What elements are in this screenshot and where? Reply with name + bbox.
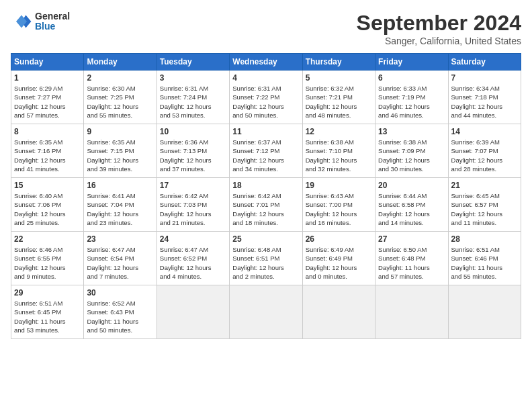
daylight-extra: and 57 minutes. — [14, 111, 60, 119]
logo-general: General — [35, 11, 70, 21]
day-info: Sunrise: 6:39 AMSunset: 7:07 PMDaylight:… — [451, 138, 518, 173]
daylight-extra: and 16 minutes. — [306, 219, 351, 226]
calendar-cell — [375, 285, 448, 339]
calendar-cell: 16Sunrise: 6:41 AMSunset: 7:04 PMDayligh… — [84, 178, 157, 232]
calendar-week-row: 15Sunrise: 6:40 AMSunset: 7:06 PMDayligh… — [11, 178, 521, 232]
day-info: Sunrise: 6:30 AMSunset: 7:25 PMDaylight:… — [87, 84, 153, 120]
header-monday: Monday — [84, 54, 157, 71]
sunrise-text: Sunrise: 6:52 AM — [87, 300, 135, 307]
daylight-text: Daylight: 12 hours — [160, 156, 212, 164]
day-number: 5 — [306, 73, 372, 83]
daylight-extra: and 37 minutes. — [160, 165, 206, 173]
sunset-text: Sunset: 6:43 PM — [87, 308, 134, 316]
header-friday: Friday — [375, 54, 448, 71]
sunset-text: Sunset: 7:16 PM — [14, 147, 61, 154]
daylight-extra: and 7 minutes. — [87, 273, 128, 280]
day-number: 25 — [232, 234, 299, 244]
daylight-text: Daylight: 12 hours — [87, 156, 138, 164]
calendar-cell: 7Sunrise: 6:34 AMSunset: 7:18 PMDaylight… — [448, 71, 521, 124]
daylight-text: Daylight: 12 hours — [14, 103, 66, 110]
sunrise-text: Sunrise: 6:51 AM — [14, 300, 62, 307]
sunrise-text: Sunrise: 6:38 AM — [378, 138, 427, 146]
day-number: 23 — [87, 234, 153, 244]
daylight-text: Daylight: 12 hours — [232, 210, 284, 218]
sunset-text: Sunset: 7:06 PM — [14, 201, 61, 208]
day-info: Sunrise: 6:35 AMSunset: 7:16 PMDaylight:… — [14, 138, 81, 173]
daylight-extra: and 9 minutes. — [14, 273, 56, 280]
calendar-cell: 13Sunrise: 6:38 AMSunset: 7:09 PMDayligh… — [375, 124, 448, 178]
day-info: Sunrise: 6:35 AMSunset: 7:15 PMDaylight:… — [87, 138, 153, 173]
calendar-cell: 18Sunrise: 6:42 AMSunset: 7:01 PMDayligh… — [230, 178, 302, 232]
sunset-text: Sunset: 6:46 PM — [451, 255, 498, 262]
calendar-cell: 12Sunrise: 6:38 AMSunset: 7:10 PMDayligh… — [302, 124, 375, 178]
daylight-extra: and 28 minutes. — [451, 165, 497, 173]
sunrise-text: Sunrise: 6:47 AM — [160, 246, 208, 253]
calendar-cell: 14Sunrise: 6:39 AMSunset: 7:07 PMDayligh… — [448, 124, 521, 178]
daylight-text: Daylight: 12 hours — [451, 210, 503, 218]
sunrise-text: Sunrise: 6:30 AM — [87, 85, 135, 92]
day-number: 13 — [378, 127, 445, 136]
daylight-text: Daylight: 12 hours — [87, 103, 138, 110]
calendar-cell — [157, 285, 229, 339]
daylight-extra: and 46 minutes. — [378, 111, 424, 119]
day-number: 29 — [14, 288, 81, 298]
calendar-week-row: 8Sunrise: 6:35 AMSunset: 7:16 PMDaylight… — [11, 124, 521, 178]
daylight-extra: and 23 minutes. — [87, 219, 132, 226]
sunset-text: Sunset: 6:45 PM — [14, 308, 61, 316]
calendar-cell: 29Sunrise: 6:51 AMSunset: 6:45 PMDayligh… — [11, 285, 84, 339]
day-number: 27 — [378, 234, 445, 244]
calendar-cell: 25Sunrise: 6:48 AMSunset: 6:51 PMDayligh… — [230, 232, 302, 285]
location-title: Sanger, California, United States — [357, 36, 521, 46]
sunset-text: Sunset: 7:19 PM — [378, 93, 425, 101]
daylight-extra: and 34 minutes. — [232, 165, 278, 173]
daylight-extra: and 41 minutes. — [14, 165, 60, 173]
sunrise-text: Sunrise: 6:51 AM — [451, 246, 500, 253]
day-number: 14 — [451, 127, 518, 136]
sunset-text: Sunset: 7:25 PM — [87, 93, 134, 101]
sunrise-text: Sunrise: 6:42 AM — [232, 192, 281, 199]
calendar-cell: 1Sunrise: 6:29 AMSunset: 7:27 PMDaylight… — [11, 71, 84, 124]
sunset-text: Sunset: 7:01 PM — [232, 201, 279, 208]
sunrise-text: Sunrise: 6:29 AM — [14, 85, 62, 92]
calendar-cell — [448, 285, 521, 339]
sunrise-text: Sunrise: 6:36 AM — [160, 138, 208, 146]
sunset-text: Sunset: 7:18 PM — [451, 93, 498, 101]
sunset-text: Sunset: 6:57 PM — [451, 201, 498, 208]
page-header: General Blue September 2024 Sanger, Cali… — [11, 11, 521, 46]
daylight-extra: and 2 minutes. — [232, 273, 274, 280]
daylight-text: Daylight: 11 hours — [87, 318, 138, 325]
calendar-cell: 22Sunrise: 6:46 AMSunset: 6:55 PMDayligh… — [11, 232, 84, 285]
daylight-extra: and 0 minutes. — [306, 273, 347, 280]
daylight-text: Daylight: 12 hours — [306, 156, 357, 164]
day-info: Sunrise: 6:43 AMSunset: 7:00 PMDaylight:… — [306, 191, 372, 227]
sunrise-text: Sunrise: 6:33 AM — [378, 85, 427, 92]
calendar-cell: 4Sunrise: 6:31 AMSunset: 7:22 PMDaylight… — [230, 71, 302, 124]
sunset-text: Sunset: 7:00 PM — [306, 201, 353, 208]
day-number: 18 — [232, 181, 299, 190]
day-info: Sunrise: 6:52 AMSunset: 6:43 PMDaylight:… — [87, 299, 153, 334]
sunset-text: Sunset: 6:58 PM — [378, 201, 425, 208]
day-info: Sunrise: 6:47 AMSunset: 6:54 PMDaylight:… — [87, 245, 153, 281]
day-info: Sunrise: 6:49 AMSunset: 6:49 PMDaylight:… — [306, 245, 372, 281]
sunrise-text: Sunrise: 6:48 AM — [232, 246, 281, 253]
daylight-extra: and 53 minutes. — [160, 111, 206, 119]
sunrise-text: Sunrise: 6:31 AM — [232, 85, 281, 92]
sunrise-text: Sunrise: 6:35 AM — [14, 138, 62, 146]
calendar-cell: 26Sunrise: 6:49 AMSunset: 6:49 PMDayligh… — [302, 232, 375, 285]
calendar-week-row: 29Sunrise: 6:51 AMSunset: 6:45 PMDayligh… — [11, 285, 521, 339]
calendar-cell — [230, 285, 302, 339]
calendar-cell: 23Sunrise: 6:47 AMSunset: 6:54 PMDayligh… — [84, 232, 157, 285]
daylight-extra: and 21 minutes. — [160, 219, 206, 226]
daylight-text: Daylight: 12 hours — [87, 210, 138, 218]
daylight-extra: and 25 minutes. — [14, 219, 60, 226]
daylight-extra: and 39 minutes. — [87, 165, 132, 173]
sunrise-text: Sunrise: 6:41 AM — [87, 192, 135, 199]
day-info: Sunrise: 6:51 AMSunset: 6:46 PMDaylight:… — [451, 245, 518, 281]
day-info: Sunrise: 6:42 AMSunset: 7:03 PMDaylight:… — [160, 191, 226, 227]
day-info: Sunrise: 6:38 AMSunset: 7:10 PMDaylight:… — [306, 138, 372, 173]
day-info: Sunrise: 6:34 AMSunset: 7:18 PMDaylight:… — [451, 84, 518, 120]
sunset-text: Sunset: 7:27 PM — [14, 93, 61, 101]
daylight-extra: and 18 minutes. — [232, 219, 278, 226]
calendar-cell: 9Sunrise: 6:35 AMSunset: 7:15 PMDaylight… — [84, 124, 157, 178]
day-info: Sunrise: 6:45 AMSunset: 6:57 PMDaylight:… — [451, 191, 518, 227]
